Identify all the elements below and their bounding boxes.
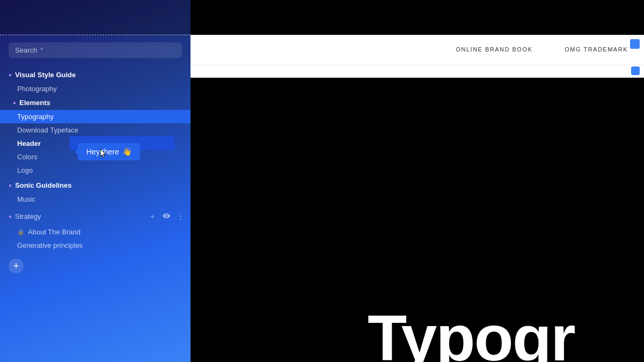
nav-sub-section-elements[interactable]: ● Elements [0,95,191,110]
sidebar-top-bar [0,0,191,35]
sonic-guidelines-label: Sonic Guidelines [15,181,71,189]
visual-style-guide-label: Visual Style Guide [15,71,76,79]
add-button-row: + [0,253,191,279]
bullet-icon: ● [13,100,16,106]
nav-section-sonic-guidelines: ● Sonic Guidelines Music [0,178,191,206]
main-black-area: Typogr [191,78,644,362]
elements-label: Elements [19,99,50,107]
nav-section-header-visual-style-guide[interactable]: ● Visual Style Guide [0,68,191,82]
nav-item-colors[interactable]: Colors [0,150,191,164]
strategy-action-icons: + ⋮ [147,210,186,222]
blue-dot-right [630,39,640,49]
nav-item-typography[interactable]: Typography [0,110,191,123]
nav-item-music[interactable]: Music [0,193,191,206]
sidebar: Search° ● Visual Style Guide Photography… [0,0,191,362]
main-top-bar [191,0,644,35]
nav-item-photography[interactable]: Photography [0,82,191,95]
nav-section-visual-style-guide: ● Visual Style Guide Photography ● Eleme… [0,68,191,177]
nav-link-omg-trademark[interactable]: OMG TRADEMARK [565,46,628,53]
main-nav-bar: ONLINE BRAND BOOK OMG TRADEMARK [191,35,644,64]
bullet-icon: ● [9,72,12,78]
white-strip [191,64,644,78]
nav-section-strategy: ● Strategy + ⋮ 🔒 About The Brand Gener [0,207,191,252]
nav-link-online-brand-book[interactable]: ONLINE BRAND BOOK [456,46,532,53]
main-content: ONLINE BRAND BOOK OMG TRADEMARK Typogr [191,0,644,362]
lock-icon: 🔒 [17,228,25,235]
add-page-button[interactable]: + [9,258,24,274]
add-strategy-icon[interactable]: + [147,210,158,222]
nav-item-generative-principles[interactable]: Generative principles [0,239,191,252]
strategy-label: Strategy [15,212,147,220]
bullet-icon: ● [9,213,12,219]
search-superscript: ° [40,46,43,54]
typography-heading: Typogr [368,306,575,362]
search-bar[interactable]: Search° [9,42,182,58]
nav-item-logo[interactable]: Logo [0,164,191,177]
search-label: Search [15,46,37,54]
nav-item-about-the-brand[interactable]: 🔒 About The Brand [0,225,191,239]
eye-strategy-icon[interactable] [160,210,172,222]
nav-section-header-strategy[interactable]: ● Strategy + ⋮ [0,207,191,225]
blue-dot-strip [631,67,640,75]
selected-highlight [70,136,174,150]
nav-section-header-sonic-guidelines[interactable]: ● Sonic Guidelines [0,178,191,193]
more-strategy-icon[interactable]: ⋮ [174,210,186,222]
nav-item-download-typeface[interactable]: Download Typeface [0,123,191,137]
sidebar-nav: ● Visual Style Guide Photography ● Eleme… [0,65,191,362]
bullet-icon: ● [9,182,12,188]
